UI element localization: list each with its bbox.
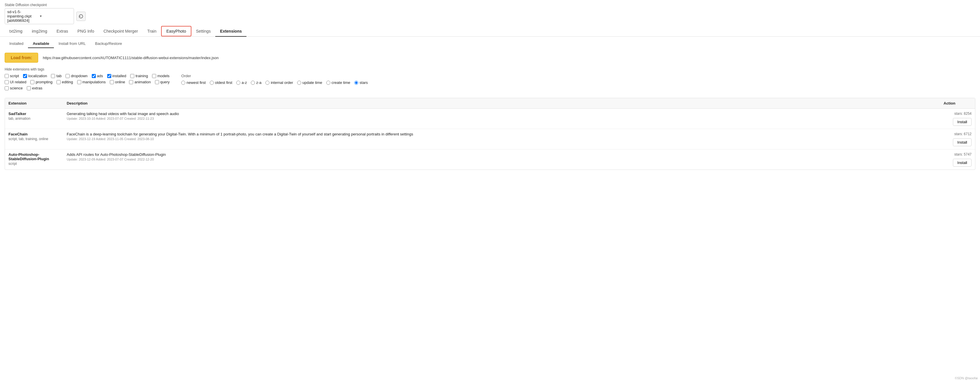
ext-desc-facechain: FaceChain is a deep-learning toolchain f…: [67, 132, 937, 137]
filter-online-checkbox[interactable]: [110, 80, 114, 84]
ext-desc-cell-autophotoshop: Adds API routes for Auto-Photoshop-Stabl…: [63, 149, 940, 170]
filter-tab-checkbox[interactable]: [51, 74, 55, 78]
filter-ads-checkbox[interactable]: [92, 74, 96, 78]
filter-query-checkbox[interactable]: [155, 80, 159, 84]
tab-img2img[interactable]: img2img: [27, 26, 52, 37]
filter-dropdown-checkbox[interactable]: [65, 74, 70, 78]
ext-desc-sadtalker: Generating talking head videos with faci…: [67, 111, 937, 116]
filter-science-checkbox[interactable]: [5, 86, 9, 90]
order-newest-first-radio[interactable]: [181, 81, 185, 85]
filter-dropdown[interactable]: dropdown: [65, 74, 88, 78]
ext-stars-autophotoshop: stars: 5747: [955, 152, 972, 156]
filter-animation[interactable]: animation: [129, 80, 151, 84]
load-button[interactable]: Load from:: [5, 53, 38, 63]
filter-editing-label: editing: [62, 80, 73, 84]
filter-script-checkbox[interactable]: [5, 74, 9, 78]
install-button-facechain[interactable]: Install: [953, 138, 972, 146]
filter-extras-checkbox[interactable]: [27, 86, 31, 90]
filter-installed-checkbox[interactable]: [107, 74, 111, 78]
order-z-a-radio[interactable]: [251, 81, 255, 85]
filter-editing[interactable]: editing: [57, 80, 73, 84]
filter-query[interactable]: query: [155, 80, 170, 84]
filter-row-1: script localization tab dropdown: [5, 74, 170, 78]
install-button-sadtalker[interactable]: Install: [953, 118, 972, 126]
filter-localization[interactable]: localization: [23, 74, 47, 78]
order-update-time-label: update time: [302, 80, 322, 85]
filter-prompting[interactable]: prompting: [30, 80, 52, 84]
dropdown-arrow-icon: ▼: [39, 14, 72, 18]
install-button-autophotoshop[interactable]: Install: [953, 159, 972, 167]
order-oldest-first[interactable]: oldest first: [210, 80, 232, 85]
extensions-table-wrapper: Extension Description Action SadTalker t…: [5, 98, 975, 170]
order-a-z[interactable]: a-z: [236, 80, 247, 85]
filter-training-checkbox[interactable]: [130, 74, 134, 78]
order-newest-first[interactable]: newest first: [181, 80, 206, 85]
filter-label: Hide extensions with tags: [5, 67, 975, 71]
order-a-z-radio[interactable]: [236, 81, 240, 85]
ext-tags-sadtalker: tab, animation: [8, 116, 60, 121]
tab-train[interactable]: Train: [143, 26, 161, 37]
subtab-available[interactable]: Available: [28, 40, 54, 48]
checkpoint-label: Stable Diffusion checkpoint: [5, 3, 975, 7]
subtab-installed[interactable]: Installed: [5, 40, 28, 48]
order-stars-radio[interactable]: [354, 81, 358, 85]
tab-settings[interactable]: Settings: [191, 26, 216, 37]
filter-animation-checkbox[interactable]: [129, 80, 133, 84]
filter-science[interactable]: science: [5, 86, 23, 90]
order-newest-first-label: newest first: [186, 80, 206, 85]
order-internal[interactable]: internal order: [266, 80, 293, 85]
filter-row-3: science extras: [5, 86, 170, 90]
tab-extensions[interactable]: Extensions: [215, 26, 247, 37]
filter-ui-related-checkbox[interactable]: [5, 80, 9, 84]
filter-models-checkbox[interactable]: [152, 74, 156, 78]
filter-training[interactable]: training: [130, 74, 148, 78]
order-stars[interactable]: stars: [354, 80, 368, 85]
order-z-a-label: z-a: [256, 80, 261, 85]
filter-localization-checkbox[interactable]: [23, 74, 27, 78]
filter-prompting-checkbox[interactable]: [30, 80, 34, 84]
table-row: Auto-Photoshop-StableDiffusion-Plugin sc…: [5, 149, 975, 170]
filter-prompting-label: prompting: [35, 80, 52, 84]
ext-stars-facechain: stars: 6712: [955, 132, 972, 136]
filter-manipulations-checkbox[interactable]: [77, 80, 81, 84]
load-url-text: https://raw.githubusercontent.com/AUTOMA…: [43, 56, 218, 60]
filter-ui-related[interactable]: UI related: [5, 80, 26, 84]
order-internal-radio[interactable]: [266, 81, 269, 85]
order-update-time-radio[interactable]: [297, 81, 301, 85]
subtab-backup-restore[interactable]: Backup/Restore: [90, 40, 127, 48]
filter-models-label: models: [158, 74, 170, 78]
order-oldest-first-label: oldest first: [215, 80, 232, 85]
tab-extras[interactable]: Extras: [52, 26, 73, 37]
order-z-a[interactable]: z-a: [251, 80, 261, 85]
tab-txt2img[interactable]: txt2img: [5, 26, 27, 37]
filter-editing-checkbox[interactable]: [57, 80, 60, 84]
filter-training-label: training: [135, 74, 148, 78]
order-create-time-label: create time: [331, 80, 350, 85]
order-create-time[interactable]: create time: [326, 80, 350, 85]
filter-installed[interactable]: installed: [107, 74, 126, 78]
checkpoint-dropdown[interactable]: sd-v1-5-inpainting.ckpt [abfd996924] ▼: [5, 8, 74, 24]
subtab-install-from-url[interactable]: Install from URL: [54, 40, 90, 48]
filter-manipulations[interactable]: manipulations: [77, 80, 106, 84]
main-nav: txt2img img2img Extras PNG Info Checkpoi…: [0, 26, 980, 37]
filter-science-label: science: [10, 86, 23, 90]
filter-models[interactable]: models: [152, 74, 170, 78]
order-update-time[interactable]: update time: [297, 80, 322, 85]
filter-extras[interactable]: extras: [27, 86, 42, 90]
filter-animation-label: animation: [134, 80, 151, 84]
filter-script-label: script: [10, 74, 19, 78]
order-create-time-radio[interactable]: [326, 81, 330, 85]
ext-name-cell: SadTalker tab, animation: [5, 109, 63, 129]
tab-easyphoto[interactable]: EasyPhoto: [161, 26, 191, 37]
filter-ads[interactable]: ads: [92, 74, 103, 78]
tab-png-info[interactable]: PNG Info: [73, 26, 99, 37]
filter-tab[interactable]: tab: [51, 74, 62, 78]
refresh-button[interactable]: [76, 12, 86, 21]
filter-script[interactable]: script: [5, 74, 19, 78]
ext-name-autophotoshop: Auto-Photoshop-StableDiffusion-Plugin: [8, 152, 60, 161]
filter-online[interactable]: online: [110, 80, 125, 84]
col-extension: Extension: [5, 98, 63, 109]
order-oldest-first-radio[interactable]: [210, 81, 214, 85]
tab-checkpoint-merger[interactable]: Checkpoint Merger: [99, 26, 142, 37]
order-stars-label: stars: [360, 80, 368, 85]
